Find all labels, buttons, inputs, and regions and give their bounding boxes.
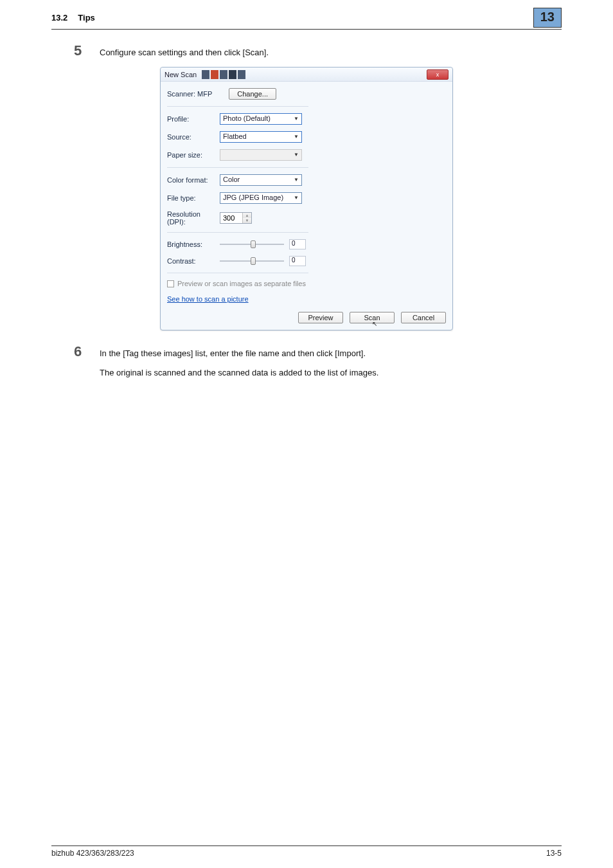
chevron-down-icon: ▼ (294, 116, 300, 122)
header-left: 13.2Tips (51, 13, 95, 23)
chevron-down-icon: ▼ (294, 134, 300, 140)
dialog-title: New Scan (164, 71, 197, 78)
resolution-input[interactable] (220, 213, 242, 223)
step-5: 5 Configure scan settings and then click… (74, 42, 613, 59)
cancel-button[interactable]: Cancel (401, 312, 446, 323)
chevron-up-icon: ▲ (243, 213, 251, 218)
chevron-down-icon: ▼ (243, 218, 251, 223)
step-number: 6 (74, 343, 100, 360)
papersize-row: Paper size: ▼ (167, 149, 308, 161)
contrast-slider[interactable] (220, 257, 284, 266)
colorformat-row: Color format: Color ▼ (167, 174, 308, 186)
contrast-row: Contrast: 0 (167, 256, 308, 266)
scanner-row: Scanner: MFP Change... (167, 88, 308, 100)
resolution-label: Resolution (DPI): (167, 210, 220, 226)
profile-label: Profile: (167, 115, 220, 123)
colorformat-dropdown[interactable]: Color ▼ (220, 174, 302, 186)
preview-pane (308, 88, 446, 303)
colorformat-label: Color format: (167, 176, 220, 184)
settings-pane: Scanner: MFP Change... Profile: Photo (D… (167, 88, 308, 303)
step-number: 5 (74, 42, 100, 59)
profile-row: Profile: Photo (Default) ▼ (167, 113, 308, 125)
step-text: In the [Tag these images] list, enter th… (100, 348, 366, 358)
cursor-icon: ↖ (372, 320, 377, 327)
divider-3 (167, 232, 308, 233)
titlebar-accent (202, 70, 245, 79)
filetype-dropdown[interactable]: JPG (JPEG Image) ▼ (220, 192, 302, 204)
close-icon: x (436, 71, 440, 78)
separate-files-label: Preview or scan images as separate files (177, 280, 306, 287)
separate-files-row: Preview or scan images as separate files (167, 280, 308, 287)
divider-1 (167, 106, 308, 107)
filetype-row: File type: JPG (JPEG Image) ▼ (167, 192, 308, 204)
footer-right: 13-5 (546, 849, 562, 858)
resolution-stepper[interactable]: ▲ ▼ (220, 212, 252, 224)
filetype-value: JPG (JPEG Image) (223, 194, 283, 201)
filetype-label: File type: (167, 194, 220, 202)
chevron-down-icon: ▼ (294, 177, 300, 183)
profile-value: Photo (Default) (223, 114, 271, 122)
change-button[interactable]: Change... (229, 88, 276, 100)
header-rule (51, 29, 562, 30)
source-value: Flatbed (223, 132, 247, 140)
profile-dropdown[interactable]: Photo (Default) ▼ (220, 113, 302, 125)
dialog-buttons: Preview Scan ↖ Cancel (161, 308, 452, 330)
chevron-down-icon: ▼ (294, 195, 300, 201)
divider-4 (167, 273, 308, 273)
step-6-sub: The original is scanned and the scanned … (100, 368, 613, 377)
spin-buttons[interactable]: ▲ ▼ (242, 213, 251, 223)
help-link[interactable]: See how to scan a picture (167, 295, 249, 303)
step-6: 6 In the [Tag these images] list, enter … (74, 343, 613, 360)
brightness-slider[interactable] (220, 240, 284, 249)
divider-2 (167, 167, 308, 168)
page-header: 13.2Tips 13 (0, 0, 613, 28)
contrast-label: Contrast: (167, 257, 220, 265)
separate-files-checkbox (167, 280, 174, 287)
preview-button[interactable]: Preview (298, 312, 343, 323)
chevron-down-icon: ▼ (294, 152, 300, 158)
section-title: Tips (78, 13, 95, 23)
source-row: Source: Flatbed ▼ (167, 131, 308, 143)
brightness-row: Brightness: 0 (167, 239, 308, 249)
new-scan-dialog: New Scan x Scanner: MFP Change... Profil… (160, 67, 453, 330)
source-dropdown[interactable]: Flatbed ▼ (220, 131, 302, 143)
footer-left: bizhub 423/363/283/223 (51, 849, 134, 858)
brightness-value: 0 (289, 239, 306, 249)
dialog-body: Scanner: MFP Change... Profile: Photo (D… (161, 82, 452, 308)
brightness-label: Brightness: (167, 240, 220, 248)
page-footer: bizhub 423/363/283/223 13-5 (51, 845, 562, 858)
chapter-badge: 13 (533, 8, 562, 28)
step-text: Configure scan settings and then click [… (100, 48, 269, 57)
source-label: Source: (167, 133, 220, 141)
section-number: 13.2 (51, 13, 67, 23)
colorformat-value: Color (223, 176, 240, 183)
papersize-dropdown: ▼ (220, 149, 302, 161)
contrast-value: 0 (289, 256, 306, 266)
resolution-row: Resolution (DPI): ▲ ▼ (167, 210, 308, 226)
dialog-titlebar: New Scan x (161, 68, 452, 82)
close-button[interactable]: x (427, 69, 449, 80)
scanner-label: Scanner: MFP (167, 90, 212, 98)
papersize-label: Paper size: (167, 151, 220, 159)
